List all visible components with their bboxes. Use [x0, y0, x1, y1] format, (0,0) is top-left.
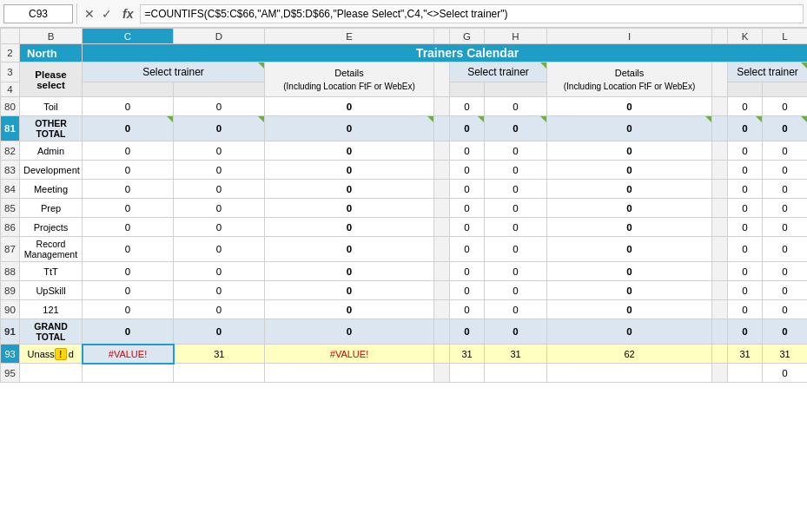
g-80[interactable]: 0	[450, 97, 485, 116]
h-88[interactable]: 0	[485, 262, 547, 281]
e-89[interactable]: 0	[265, 281, 434, 300]
e-81[interactable]: 0	[265, 116, 434, 141]
h-87[interactable]: 0	[485, 237, 547, 262]
c-83[interactable]: 0	[83, 161, 174, 180]
col-e-header[interactable]: E	[265, 29, 434, 44]
l-80[interactable]: 0	[763, 97, 808, 116]
e-84[interactable]: 0	[265, 180, 434, 199]
e-86[interactable]: 0	[265, 218, 434, 237]
k-86[interactable]: 0	[728, 218, 763, 237]
i-80[interactable]: 0	[547, 97, 712, 116]
d-80[interactable]: 0	[174, 97, 265, 116]
i-88[interactable]: 0	[547, 262, 712, 281]
d-88[interactable]: 0	[174, 262, 265, 281]
c-91[interactable]: 0	[83, 319, 174, 345]
i-91[interactable]: 0	[547, 319, 712, 345]
g-82[interactable]: 0	[450, 141, 485, 161]
l-89[interactable]: 0	[763, 281, 808, 300]
h-81[interactable]: 0	[485, 116, 547, 141]
g-86[interactable]: 0	[450, 218, 485, 237]
e-88[interactable]: 0	[265, 262, 434, 281]
k-82[interactable]: 0	[728, 141, 763, 161]
e-87[interactable]: 0	[265, 237, 434, 262]
col-k-header[interactable]: K	[728, 29, 763, 44]
k-89[interactable]: 0	[728, 281, 763, 300]
h-93[interactable]: 31	[485, 345, 547, 364]
h-90[interactable]: 0	[485, 300, 547, 319]
cancel-icon[interactable]: ✕	[84, 7, 95, 21]
c-84[interactable]: 0	[83, 180, 174, 199]
h-83[interactable]: 0	[485, 161, 547, 180]
l-83[interactable]: 0	[763, 161, 808, 180]
cell-name-box[interactable]: C93	[3, 4, 73, 23]
g-88[interactable]: 0	[450, 262, 485, 281]
h-89[interactable]: 0	[485, 281, 547, 300]
e-80[interactable]: 0	[265, 97, 434, 116]
i-87[interactable]: 0	[547, 237, 712, 262]
c-80[interactable]: 0	[83, 97, 174, 116]
confirm-icon[interactable]: ✓	[102, 7, 112, 21]
d-81[interactable]: 0	[174, 116, 265, 141]
k-91[interactable]: 0	[728, 319, 763, 345]
g-87[interactable]: 0	[450, 237, 485, 262]
c-82[interactable]: 0	[83, 141, 174, 161]
d-82[interactable]: 0	[174, 141, 265, 161]
k-90[interactable]: 0	[728, 300, 763, 319]
d-84[interactable]: 0	[174, 180, 265, 199]
i-82[interactable]: 0	[547, 141, 712, 161]
d-91[interactable]: 0	[174, 319, 265, 345]
l-81[interactable]: 0	[763, 116, 808, 141]
i-85[interactable]: 0	[547, 199, 712, 218]
formula-input[interactable]	[140, 4, 804, 23]
g-90[interactable]: 0	[450, 300, 485, 319]
k-80[interactable]: 0	[728, 97, 763, 116]
l-86[interactable]: 0	[763, 218, 808, 237]
c-88[interactable]: 0	[83, 262, 174, 281]
d-93[interactable]: 31	[174, 345, 265, 364]
d-89[interactable]: 0	[174, 281, 265, 300]
i-84[interactable]: 0	[547, 180, 712, 199]
l-82[interactable]: 0	[763, 141, 808, 161]
k-88[interactable]: 0	[728, 262, 763, 281]
d-85[interactable]: 0	[174, 199, 265, 218]
d-86[interactable]: 0	[174, 218, 265, 237]
col-f-header[interactable]	[434, 29, 450, 44]
g-93[interactable]: 31	[450, 345, 485, 364]
l-88[interactable]: 0	[763, 262, 808, 281]
d-83[interactable]: 0	[174, 161, 265, 180]
i-86[interactable]: 0	[547, 218, 712, 237]
i-90[interactable]: 0	[547, 300, 712, 319]
l-85[interactable]: 0	[763, 199, 808, 218]
i-93[interactable]: 62	[547, 345, 712, 364]
k-84[interactable]: 0	[728, 180, 763, 199]
g-81[interactable]: 0	[450, 116, 485, 141]
c-81[interactable]: 0	[83, 116, 174, 141]
k-83[interactable]: 0	[728, 161, 763, 180]
col-c-header[interactable]: C	[83, 29, 174, 44]
i-89[interactable]: 0	[547, 281, 712, 300]
g-89[interactable]: 0	[450, 281, 485, 300]
e-91[interactable]: 0	[265, 319, 434, 345]
col-j-header[interactable]	[712, 29, 728, 44]
col-d-header[interactable]: D	[174, 29, 265, 44]
c-86[interactable]: 0	[83, 218, 174, 237]
k-87[interactable]: 0	[728, 237, 763, 262]
l-87[interactable]: 0	[763, 237, 808, 262]
c-89[interactable]: 0	[83, 281, 174, 300]
select-trainer-1-header[interactable]: Select trainer	[83, 62, 265, 82]
g-85[interactable]: 0	[450, 199, 485, 218]
h-84[interactable]: 0	[485, 180, 547, 199]
select-trainer-3-header[interactable]: Select trainer	[728, 62, 808, 82]
l-93[interactable]: 31	[763, 345, 808, 364]
d-90[interactable]: 0	[174, 300, 265, 319]
e-82[interactable]: 0	[265, 141, 434, 161]
l-90[interactable]: 0	[763, 300, 808, 319]
c-87[interactable]: 0	[83, 237, 174, 262]
c-90[interactable]: 0	[83, 300, 174, 319]
l-91[interactable]: 0	[763, 319, 808, 345]
c-85[interactable]: 0	[83, 199, 174, 218]
g-83[interactable]: 0	[450, 161, 485, 180]
i-83[interactable]: 0	[547, 161, 712, 180]
e-93[interactable]: #VALUE!	[265, 345, 434, 364]
h-86[interactable]: 0	[485, 218, 547, 237]
